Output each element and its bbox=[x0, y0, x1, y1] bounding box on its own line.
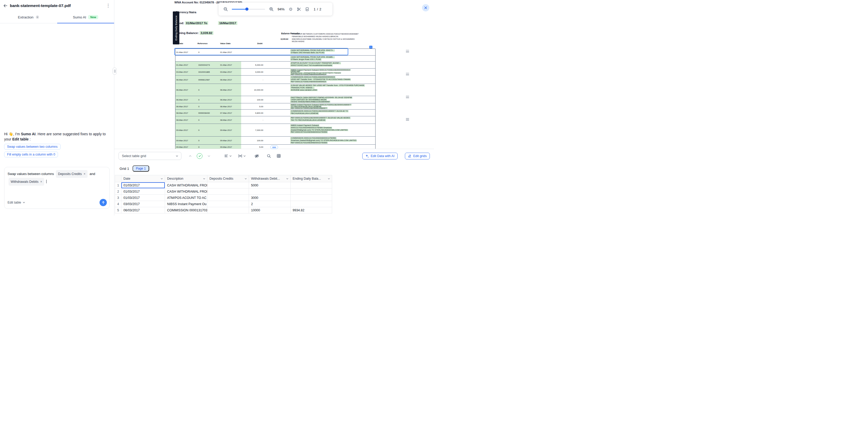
new-badge: New bbox=[88, 15, 98, 19]
cell-withdrawals[interactable]: 10000 bbox=[249, 207, 290, 213]
zoom-value[interactable]: 94% bbox=[278, 7, 285, 11]
panel-split-handle[interactable] bbox=[270, 145, 278, 149]
sort-chevron-icon[interactable] bbox=[160, 177, 163, 180]
close-viewer-button[interactable] bbox=[422, 4, 429, 11]
edit-grids-button[interactable]: Edit grids bbox=[405, 153, 430, 159]
more-menu-button[interactable]: ⋮ bbox=[105, 3, 111, 8]
statement-row[interactable]: 06-Mar-2017 9999812087 06-Mar-2017 : COM… bbox=[176, 75, 375, 84]
tab-sumo-ai-label: Sumo AI bbox=[73, 15, 86, 19]
search-table-button[interactable] bbox=[266, 153, 272, 159]
chip-close-icon[interactable]: × bbox=[40, 180, 42, 183]
suggestion-swap-columns[interactable]: Swap values between two columns bbox=[4, 144, 61, 150]
cell-ending-balance[interactable] bbox=[290, 182, 332, 189]
fit-to-screen-button[interactable] bbox=[288, 7, 293, 11]
page-chip[interactable]: Page 1 bbox=[132, 165, 149, 172]
column-header[interactable]: Description bbox=[165, 175, 207, 182]
zoom-slider[interactable] bbox=[232, 9, 265, 10]
cell-deposits[interactable] bbox=[207, 207, 249, 213]
cell-ending-balance[interactable]: 9934.82 bbox=[290, 207, 332, 213]
statement-row[interactable]: 08-Mar-2017 9999008430 07-Mar-2017 9,800… bbox=[176, 109, 375, 116]
eye-off-icon bbox=[254, 154, 259, 158]
statement-remarks: NIBSS Instant Payment Outward 0000131703… bbox=[290, 104, 375, 109]
statement-row[interactable]: 09-Mar-2017 0 09-Mar-2017 100.00 COMMISS… bbox=[176, 137, 375, 144]
zoom-in-button[interactable] bbox=[269, 7, 274, 11]
hide-columns-button[interactable] bbox=[254, 153, 260, 159]
grid-marker-icon[interactable] bbox=[406, 96, 409, 98]
cell-deposits[interactable] bbox=[207, 195, 249, 201]
prompt-composer[interactable]: Swap values between columns Deposits Cre… bbox=[4, 167, 110, 209]
statement-row[interactable]: 01-Mar-2017 0 01-Mar-2017 CASH WITHDRAWA… bbox=[176, 49, 375, 56]
page-view-button[interactable] bbox=[305, 7, 309, 11]
page-indicator[interactable]: 1 / 2 bbox=[314, 7, 321, 11]
cell-description[interactable]: ATM/POS ACOUNT TO AC bbox=[165, 195, 207, 201]
next-row-button[interactable] bbox=[206, 153, 212, 159]
cell-deposits[interactable] bbox=[207, 182, 249, 189]
column-header[interactable]: Ending Daily Bala... bbox=[290, 175, 332, 182]
cell-date[interactable]: 03/03/2017 bbox=[121, 201, 165, 207]
column-chip-withdrawals[interactable]: Withdrawals Debits× bbox=[8, 178, 44, 186]
column-header[interactable]: Deposits Credits bbox=[207, 175, 249, 182]
grid-marker-icon[interactable] bbox=[406, 50, 409, 53]
statement-row[interactable]: 01-Mar-2017 3320004273 01-Mar-2017 5,000… bbox=[176, 62, 375, 69]
cell-deposits[interactable] bbox=[207, 201, 249, 207]
cell-date[interactable]: 06/03/2017 bbox=[121, 207, 165, 213]
send-button[interactable] bbox=[99, 199, 107, 206]
snip-button[interactable] bbox=[297, 7, 301, 11]
cell-date[interactable]: 01/03/2017 bbox=[121, 189, 165, 195]
cell-date[interactable]: 01/03/2017 bbox=[121, 195, 165, 201]
right-region: WNA Account No: 012345678 - (621/916432/… bbox=[114, 0, 434, 216]
cell-ending-balance[interactable] bbox=[290, 201, 332, 207]
statement-remarks: COMMISSION 00001317030614464900009994924… bbox=[290, 76, 375, 84]
column-header[interactable]: Date bbox=[121, 175, 165, 182]
statement-row[interactable]: 08-Mar-2017 0 08-Mar-2017 : REF:00001317… bbox=[176, 116, 375, 124]
sort-chevron-icon[interactable] bbox=[286, 177, 289, 180]
suggestion-fill-empty[interactable]: Fill empty cells in a column with 0 bbox=[4, 152, 58, 157]
sort-chevron-icon[interactable] bbox=[203, 177, 206, 180]
panel-resize-handle[interactable] bbox=[113, 67, 117, 75]
edit-table-dropdown[interactable]: Edit table bbox=[7, 201, 25, 204]
back-button[interactable] bbox=[3, 3, 8, 8]
confirm-row-button[interactable] bbox=[197, 153, 203, 159]
statement-remarks: NIBSS Instant Payment Outward 0000131703… bbox=[290, 69, 375, 75]
cell-description[interactable]: COMMISSION 0000131703 bbox=[165, 207, 207, 213]
sort-chevron-icon[interactable] bbox=[244, 177, 247, 180]
cell-withdrawals[interactable]: 5000 bbox=[249, 182, 290, 189]
cell-description[interactable]: CASH WITHDRAWAL FROM bbox=[165, 182, 207, 189]
statement-row[interactable]: CASH WITHDRAWAL FROM OUR ATM -001885- -G… bbox=[176, 56, 375, 62]
tab-extraction[interactable]: Extraction bbox=[0, 11, 57, 23]
gear-icon[interactable] bbox=[36, 15, 39, 19]
statement-row[interactable]: 06-Mar-2017 0 06-Mar-2017 5.00 NIBSS Ins… bbox=[176, 103, 375, 109]
cell-deposits[interactable] bbox=[207, 189, 249, 195]
cell-withdrawals[interactable] bbox=[249, 189, 290, 195]
cell-description[interactable]: NIBSS Instant Payment Ou bbox=[165, 201, 207, 207]
statement-remarks: CASH WITHDRAWAL FROM OUR ATM -001885- -G… bbox=[290, 56, 375, 61]
sort-chevron-icon[interactable] bbox=[328, 177, 330, 180]
assistant-greeting: Hi 👋, I'm Sumo AI. Here are some suggest… bbox=[4, 131, 110, 142]
cell-withdrawals[interactable]: 2 bbox=[249, 201, 290, 207]
zoom-slider-handle[interactable] bbox=[245, 7, 248, 11]
statement-row[interactable]: 09-Mar-2017 0 09-Mar-2017 7,000.00 NIBSS… bbox=[176, 124, 375, 137]
cell-ending-balance[interactable] bbox=[290, 195, 332, 201]
edit-data-with-ai-button[interactable]: Edit Data with AI bbox=[362, 153, 398, 159]
previous-row-button[interactable] bbox=[187, 153, 193, 159]
tab-sumo-ai[interactable]: Sumo AI New bbox=[57, 11, 114, 23]
statement-row[interactable]: 03-Mar-2017 3310001885 03-Mar-2017 3,000… bbox=[176, 69, 375, 75]
row-alignment-menu[interactable] bbox=[224, 154, 232, 158]
cell-ending-balance[interactable] bbox=[290, 189, 332, 195]
column-chip-deposits[interactable]: Deposits Credits× bbox=[56, 170, 88, 178]
ending-daily-balance-tab[interactable]: Ending Daily Balance bbox=[173, 11, 179, 44]
cell-description[interactable]: CASH WITHDRAWAL FROM bbox=[165, 189, 207, 195]
grid-marker-icon[interactable] bbox=[406, 118, 409, 121]
grid-marker-icon[interactable] bbox=[406, 73, 409, 75]
table-grid-select[interactable]: Select table grid bbox=[119, 152, 181, 160]
statement-row[interactable]: 06-Mar-2017 0 06-Mar-2017 10,000.00 9,93… bbox=[176, 84, 375, 96]
split-columns-menu[interactable] bbox=[238, 154, 246, 158]
grid-panel: Select table grid bbox=[114, 149, 434, 216]
zoom-out-button[interactable] bbox=[223, 7, 228, 11]
cell-date[interactable]: 01/03/2017 bbox=[121, 182, 165, 189]
statement-row[interactable]: 06-Mar-2017 0 06-Mar-2017 100.00 FASTTRA… bbox=[176, 96, 375, 103]
table-grid-button[interactable] bbox=[276, 153, 282, 159]
cell-withdrawals[interactable]: 3000 bbox=[249, 195, 290, 201]
column-header[interactable]: Withdrawals Debit... bbox=[249, 175, 290, 182]
chip-close-icon[interactable]: × bbox=[84, 172, 86, 175]
